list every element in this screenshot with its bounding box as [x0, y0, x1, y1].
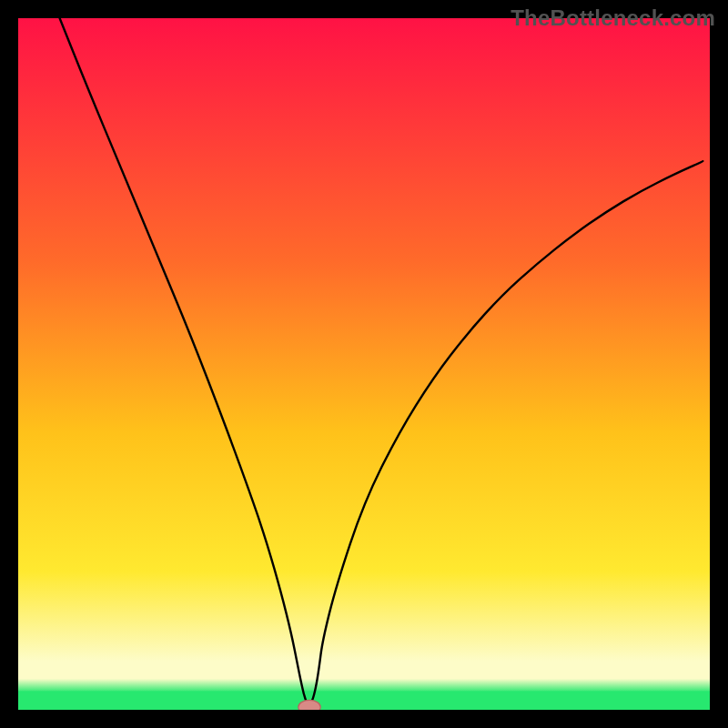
heat-gradient: [18, 18, 710, 710]
plot-area: [18, 18, 710, 710]
bottleneck-chart: [18, 18, 710, 710]
watermark-text: TheBottleneck.com: [511, 5, 715, 31]
chart-frame: TheBottleneck.com: [0, 0, 728, 728]
minimum-marker: [298, 700, 320, 710]
green-band: [18, 692, 710, 711]
